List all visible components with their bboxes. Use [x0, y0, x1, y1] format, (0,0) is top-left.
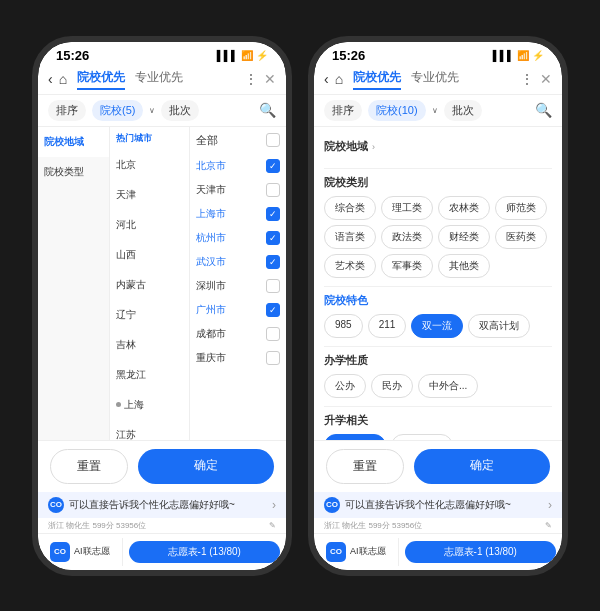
tag-985[interactable]: 985 [324, 314, 363, 338]
city-heilongjiang[interactable]: 黑龙江 [110, 360, 189, 390]
city-right-beijing[interactable]: 北京市 [196, 154, 280, 178]
city-jiangsu[interactable]: 江苏 [110, 420, 189, 440]
city-label: 河北 [116, 218, 136, 232]
left-banner[interactable]: CO 可以直接告诉我个性化志愿偏好好哦~ › [38, 492, 286, 518]
home-button[interactable]: ⌂ [335, 71, 343, 87]
tag-comprehensive[interactable]: 综合类 [324, 196, 376, 220]
city-label: 辽宁 [116, 308, 136, 322]
city-hebei[interactable]: 河北 [110, 210, 189, 240]
ai-tab-left[interactable]: CO AI联志愿 [38, 538, 123, 566]
more-button[interactable]: ⋮ [244, 71, 258, 87]
wishlist-tab[interactable]: 志愿表-1 (13/80) [129, 541, 280, 563]
city-right-checkbox[interactable] [266, 327, 280, 341]
confirm-button[interactable]: 确定 [414, 449, 550, 484]
home-button[interactable]: ⌂ [59, 71, 67, 87]
reset-button[interactable]: 重置 [50, 449, 128, 484]
left-nav-bar: ‹ ⌂ 院校优先 专业优先 ⋮ ✕ [38, 65, 286, 95]
city-right-wuhan[interactable]: 武汉市 [196, 250, 280, 274]
banner-arrow-icon: › [548, 498, 552, 512]
tag-211[interactable]: 211 [368, 314, 407, 338]
tag-other[interactable]: 其他类 [438, 254, 490, 278]
tag-shuanggao[interactable]: 双高计划 [468, 314, 530, 338]
tag-language[interactable]: 语言类 [324, 225, 376, 249]
city-liaoning[interactable]: 辽宁 [110, 300, 189, 330]
tag-law[interactable]: 政法类 [381, 225, 433, 249]
all-label: 全部 [196, 133, 218, 148]
edit-icon[interactable]: ✎ [545, 521, 552, 530]
batch-filter[interactable]: 批次 [161, 100, 199, 121]
tab-school-priority[interactable]: 院校优先 [353, 69, 401, 90]
ai-tab-left[interactable]: CO AI联志愿 [314, 538, 399, 566]
city-tianjin[interactable]: 天津 [110, 180, 189, 210]
status-text: 浙江 物化生 599分 53956位 [48, 520, 146, 531]
city-right-label: 杭州市 [196, 231, 226, 245]
back-button[interactable]: ‹ [48, 71, 53, 87]
city-beijing[interactable]: 北京 [110, 150, 189, 180]
city-right-checkbox[interactable] [266, 231, 280, 245]
school-filter[interactable]: 院校(5) [92, 100, 143, 121]
city-right-shanghai[interactable]: 上海市 [196, 202, 280, 226]
close-button[interactable]: ✕ [540, 71, 552, 87]
school-filter[interactable]: 院校(10) [368, 100, 426, 121]
tag-public[interactable]: 公办 [324, 374, 366, 398]
city-right-hangzhou[interactable]: 杭州市 [196, 226, 280, 250]
city-jilin[interactable]: 吉林 [110, 330, 189, 360]
edit-icon[interactable]: ✎ [269, 521, 276, 530]
cities-right-column: 全部 北京市 天津市 上海市 [190, 127, 286, 440]
region-item-area[interactable]: 院校地域 [38, 127, 109, 157]
left-status-info: 浙江 物化生 599分 53956位 ✎ [38, 518, 286, 533]
right-phone: 15:26 ▌▌▌ 📶 ⚡ ‹ ⌂ 院校优先 专业优先 ⋮ ✕ [308, 36, 568, 576]
city-right-checkbox[interactable] [266, 159, 280, 173]
tab-school-priority[interactable]: 院校优先 [77, 69, 125, 90]
tag-finance[interactable]: 财经类 [438, 225, 490, 249]
upgrade-title: 升学相关 [324, 413, 552, 428]
tag-shuangyliu[interactable]: 双一流 [411, 314, 463, 338]
tag-art[interactable]: 艺术类 [324, 254, 376, 278]
tag-sino-foreign[interactable]: 中外合... [418, 374, 478, 398]
banner-text: 可以直接告诉我个性化志愿偏好好哦~ [69, 498, 235, 512]
city-neimenggu[interactable]: 内蒙古 [110, 270, 189, 300]
right-banner[interactable]: CO 可以直接告诉我个性化志愿偏好好哦~ › [314, 492, 562, 518]
city-right-checkbox[interactable] [266, 351, 280, 365]
city-right-guangzhou[interactable]: 广州市 [196, 298, 280, 322]
back-button[interactable]: ‹ [324, 71, 329, 87]
tag-agriculture[interactable]: 农林类 [438, 196, 490, 220]
batch-filter[interactable]: 批次 [444, 100, 482, 121]
tab-logo: CO [326, 542, 346, 562]
reset-button[interactable]: 重置 [326, 449, 404, 484]
city-right-chengdu[interactable]: 成都市 [196, 322, 280, 346]
divider-4 [324, 406, 552, 407]
tab-major-priority[interactable]: 专业优先 [135, 69, 183, 90]
region-item-type[interactable]: 院校类型 [38, 157, 109, 187]
city-right-tianjin[interactable]: 天津市 [196, 178, 280, 202]
tag-private[interactable]: 民办 [371, 374, 413, 398]
city-right-chongqing[interactable]: 重庆市 [196, 346, 280, 370]
tab-major-priority[interactable]: 专业优先 [411, 69, 459, 90]
region-dropdown[interactable]: › [372, 142, 375, 152]
school-filter-chevron: ∨ [432, 106, 438, 115]
city-right-label: 重庆市 [196, 351, 226, 365]
more-button[interactable]: ⋮ [520, 71, 534, 87]
all-checkbox[interactable] [266, 133, 280, 147]
tag-military[interactable]: 军事类 [381, 254, 433, 278]
city-right-checkbox[interactable] [266, 279, 280, 293]
right-status-icons: ▌▌▌ 📶 ⚡ [493, 50, 544, 61]
city-shanghai[interactable]: 上海 [110, 390, 189, 420]
city-shanxi[interactable]: 山西 [110, 240, 189, 270]
search-icon[interactable]: 🔍 [535, 102, 552, 118]
city-right-checkbox[interactable] [266, 207, 280, 221]
search-icon[interactable]: 🔍 [259, 102, 276, 118]
tag-medicine[interactable]: 医药类 [495, 225, 547, 249]
city-right-checkbox[interactable] [266, 303, 280, 317]
city-right-checkbox[interactable] [266, 183, 280, 197]
close-button[interactable]: ✕ [264, 71, 276, 87]
city-right-checkbox[interactable] [266, 255, 280, 269]
tag-engineering[interactable]: 理工类 [381, 196, 433, 220]
city-right-shenzhen[interactable]: 深圳市 [196, 274, 280, 298]
school-filter-chevron: ∨ [149, 106, 155, 115]
sort-filter[interactable]: 排序 [48, 100, 86, 121]
sort-filter[interactable]: 排序 [324, 100, 362, 121]
wishlist-tab[interactable]: 志愿表-1 (13/80) [405, 541, 556, 563]
confirm-button[interactable]: 确定 [138, 449, 274, 484]
tag-normal[interactable]: 师范类 [495, 196, 547, 220]
